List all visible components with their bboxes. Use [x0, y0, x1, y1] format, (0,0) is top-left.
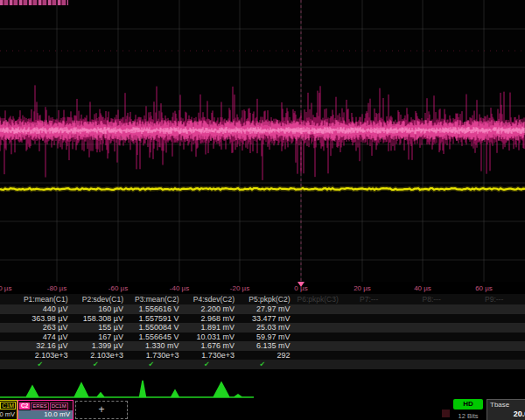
clipped-descriptor-fragment	[442, 410, 450, 417]
measure-param-header[interactable]: P3:mean(C2)	[123, 294, 179, 304]
measurement-histogram-strip	[0, 376, 525, 399]
oscilloscope-screen: -100 µs-80 µs-60 µs-40 µs-20 µs0 µs20 µs…	[0, 0, 525, 420]
measure-cell: 6.135 mV	[234, 341, 290, 351]
measure-cell: 1.891 mV	[179, 323, 235, 332]
status-check-icon: ✔	[234, 360, 290, 369]
measure-param-header[interactable]: P4:sdev(C2)	[179, 294, 235, 304]
measure-cell: 1.330 mV	[123, 341, 179, 351]
measure-cell: 160 µV	[68, 304, 124, 314]
measure-cell: 440 µV	[12, 304, 68, 314]
clipped-trace-label-fragment	[0, 0, 68, 5]
measure-cell: 2.968 mV	[179, 314, 235, 324]
measure-cell: 363.98 µV	[12, 314, 68, 324]
measure-param-header-unused[interactable]: P7:---	[353, 294, 416, 304]
measure-param-header-unused[interactable]: P8:---	[416, 294, 479, 304]
measure-cell: 1.550084 V	[123, 323, 179, 332]
measure-cell: 1.676 mV	[179, 341, 235, 351]
time-axis: -100 µs-80 µs-60 µs-40 µs-20 µs0 µs20 µs…	[0, 282, 525, 294]
measure-cell: 155 µV	[68, 323, 124, 332]
hd-mode-badge[interactable]: HD	[453, 399, 483, 410]
histogram-trace	[0, 381, 254, 397]
timebase-label: Tbase	[487, 400, 525, 409]
bit-depth-label: 12 Bits	[450, 412, 486, 420]
measure-value-row: 32.16 µV1.399 µV1.330 mV1.676 mV6.135 mV	[0, 341, 525, 351]
channel-c1-descriptor[interactable]: C1M 0 mV	[0, 400, 18, 420]
measure-value-row: 474 µV167 µV1.556645 V10.031 mV59.97 mV	[0, 332, 525, 342]
channel-c2-descriptor[interactable]: C2 ERES DC1M 10.0 mV	[18, 400, 74, 420]
c2-eres-flag: ERES	[31, 402, 48, 410]
plus-icon: +	[98, 403, 104, 416]
measure-value-row: 363.98 µV158.308 µV1.557591 V2.968 mV33.…	[0, 314, 525, 324]
waveform-canvas	[0, 0, 525, 282]
timebase-descriptor[interactable]: Tbase 20.0 µs	[486, 399, 525, 420]
measure-status-row: ✔✔✔✔✔	[0, 360, 525, 369]
add-trace-button[interactable]: +	[75, 401, 128, 419]
measure-cell: 33.477 mV	[234, 314, 290, 324]
measure-param-header-unused[interactable]: P9:---	[478, 294, 525, 304]
measure-cell: 10.031 mV	[179, 332, 235, 342]
time-axis-label: 60 µs	[475, 284, 493, 292]
measure-param-header-unused[interactable]: P6:pkpk(C3)	[290, 294, 354, 304]
time-axis-label: -40 µs	[170, 284, 189, 292]
waveform-grid-area	[0, 0, 525, 283]
c2-coupling-flag: DC1M	[50, 402, 68, 410]
status-check-icon: ✔	[68, 360, 124, 369]
measure-cell: 292	[234, 351, 290, 360]
measure-cell: 158.308 µV	[68, 314, 124, 324]
measure-cell: 32.16 µV	[12, 341, 68, 351]
measure-value-row: 440 µV160 µV1.556616 V2.200 mV27.97 mV	[0, 304, 525, 314]
trace-c1-flat	[0, 188, 525, 190]
c2-scale-value: 10.0 mV	[18, 410, 73, 419]
c1-scale-value: 0 mV	[0, 410, 17, 419]
measure-cell: 1.730e+3	[179, 351, 235, 360]
measure-cell: 167 µV	[68, 332, 124, 342]
measure-param-header[interactable]: P2:sdev(C1)	[68, 294, 124, 304]
measure-value-row: 2.103e+32.103e+31.730e+31.730e+3292	[0, 351, 525, 360]
measure-value-row: 263 µV155 µV1.550084 V1.891 mV25.03 mV	[0, 323, 525, 332]
measure-param-header[interactable]: P5:pkpk(C2)	[234, 294, 290, 304]
measure-cell: 2.103e+3	[12, 351, 68, 360]
measure-cell: 2.103e+3	[68, 351, 124, 360]
c2-descriptor-tags: C2 ERES DC1M	[18, 401, 73, 410]
measure-cell: 2.200 mV	[179, 304, 235, 314]
time-axis-label: 40 µs	[414, 284, 431, 292]
measure-cell: 59.97 mV	[234, 332, 290, 342]
measure-cell: 263 µV	[12, 323, 68, 332]
measure-cell: 27.97 mV	[234, 304, 290, 314]
measure-cell: 1.730e+3	[123, 351, 179, 360]
timebase-value: 20.0 µs	[487, 409, 525, 418]
measure-cell: 1.557591 V	[123, 314, 179, 324]
status-check-icon: ✔	[179, 360, 235, 369]
status-check-icon: ✔	[12, 360, 68, 369]
measurement-table: P1:mean(C1)P2:sdev(C1)P3:mean(C2)P4:sdev…	[0, 294, 525, 369]
measure-param-header[interactable]: P1:mean(C1)	[12, 294, 68, 304]
measure-cell: 1.556645 V	[123, 332, 179, 342]
measure-header-row: P1:mean(C1)P2:sdev(C1)P3:mean(C2)P4:sdev…	[0, 294, 525, 304]
measure-body: 440 µV160 µV1.556616 V2.200 mV27.97 mV36…	[0, 304, 525, 360]
time-axis-label: 20 µs	[354, 284, 371, 292]
measure-cell: 25.03 mV	[234, 323, 290, 332]
time-axis-label: -60 µs	[108, 284, 128, 292]
measure-cell: 474 µV	[12, 332, 68, 342]
c2-channel-tag: C2	[19, 402, 30, 410]
time-axis-label: -100 µs	[0, 284, 11, 292]
time-axis-label: -80 µs	[47, 284, 66, 292]
c1-coupling-tag: C1M	[0, 402, 16, 410]
time-axis-label: 0 µs	[294, 284, 307, 292]
measure-cell: 1.399 µV	[68, 341, 124, 351]
measure-cell: 1.556616 V	[123, 304, 179, 314]
bottom-descriptor-bar: C1M 0 mV C2 ERES DC1M 10.0 mV + HD 12 Bi…	[0, 399, 525, 420]
histogram-canvas	[0, 376, 525, 399]
status-check-icon: ✔	[123, 360, 179, 369]
time-axis-label: -20 µs	[230, 284, 249, 292]
